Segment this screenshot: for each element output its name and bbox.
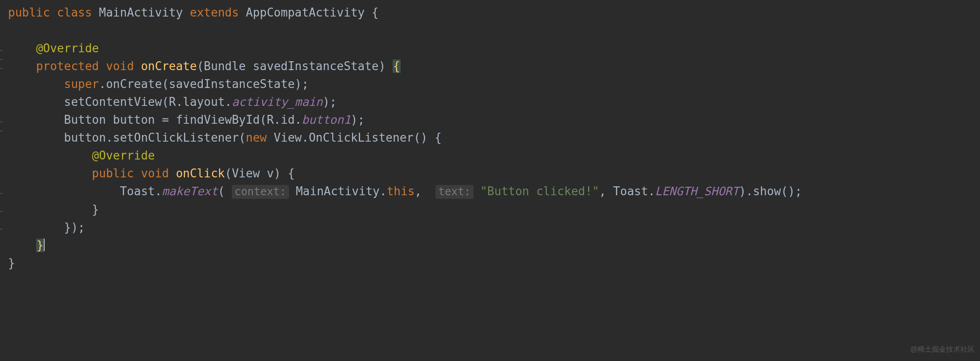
r-class: R [169,95,176,109]
keyword-public: public [8,6,50,19]
var-button: button [113,113,155,126]
brace: { [427,131,441,144]
dot: . [302,131,309,144]
paren: ) [274,167,281,180]
editor-gutter [0,0,4,272]
method-show: show [753,185,781,198]
dot: . [295,113,302,126]
string-literal: "Button clicked!" [480,185,599,198]
paren: ( [260,113,267,126]
r-id: id [281,113,295,126]
paren: ( [218,185,225,198]
matched-brace: } [36,239,44,252]
keyword-void: void [106,59,134,73]
dot: . [106,131,113,144]
brace: } [8,256,15,270]
dot: . [99,77,106,91]
call-setOnClickListener: setOnClickListener [113,131,239,144]
comma: , [599,185,606,198]
res-activity-main: activity_main [232,95,323,109]
class-name: MainActivity [99,6,183,19]
paren: ) [379,59,386,73]
class-ref: MainActivity [296,185,380,198]
res-button1: button1 [302,113,351,126]
paren-semi: ); [295,77,309,91]
paren: ( [197,59,204,73]
keyword-void: void [141,167,169,180]
type-view: View [274,131,302,144]
annotation-override: @Override [92,149,155,162]
toast-class: Toast [120,185,155,198]
dot: . [746,185,753,198]
call-onCreate: onCreate [106,77,162,91]
dot: . [155,185,162,198]
keyword-extends: extends [190,6,239,19]
r-class: R [267,113,274,126]
paren-semi: ); [322,95,336,109]
call-setContentView: setContentView [64,95,162,109]
parens: () [414,131,427,144]
keyword-public: public [92,167,134,180]
paren: ( [162,77,169,91]
param-name: savedInstanceState [253,59,379,73]
brace: } [92,203,99,216]
text-caret [44,239,45,251]
toast-class: Toast [613,185,648,198]
param-type: Bundle [204,59,246,73]
var-button: button [64,131,106,144]
dot: . [380,185,387,198]
code-content[interactable]: public class MainActivity extends AppCom… [0,4,980,272]
brace: { [281,167,295,180]
r-layout: layout [183,95,225,109]
const-length-short: LENGTH_SHORT [655,185,739,198]
paren: ) [739,185,746,198]
annotation-override: @Override [36,42,99,55]
brace: { [372,6,379,19]
param-hint-context: context: [232,185,289,199]
paren: ( [162,95,169,109]
param-hint-text: text: [436,185,473,199]
brace-paren-semi: }); [64,221,85,234]
param-name: v [267,167,274,180]
comma: , [415,185,422,198]
watermark-text: @稀土掘金技术社区 [910,340,975,358]
keyword-super: super [64,77,99,91]
eq: = [155,113,176,126]
dot: . [274,113,281,126]
type-onclicklistener: OnClickListener [309,131,414,144]
paren-semi: (); [781,185,802,198]
dot: . [225,95,232,109]
super-class: AppCompatActivity [246,6,364,19]
matched-brace: { [393,59,401,73]
keyword-new: new [246,131,267,144]
call-findViewById: findViewById [176,113,260,126]
type-button: Button [64,113,106,126]
keyword-class: class [57,6,92,19]
method-makeText: makeText [162,185,218,198]
dot: . [176,95,183,109]
paren: ( [225,167,232,180]
paren-semi: ); [351,113,364,126]
keyword-protected: protected [36,59,99,73]
param-type: View [232,167,260,180]
method-onCreate: onCreate [141,59,197,73]
method-onClick: onClick [176,167,225,180]
arg: savedInstanceState [169,77,295,91]
code-editor[interactable]: public class MainActivity extends AppCom… [0,0,980,272]
keyword-this: this [387,185,415,198]
paren: ( [239,131,246,144]
dot: . [648,185,655,198]
